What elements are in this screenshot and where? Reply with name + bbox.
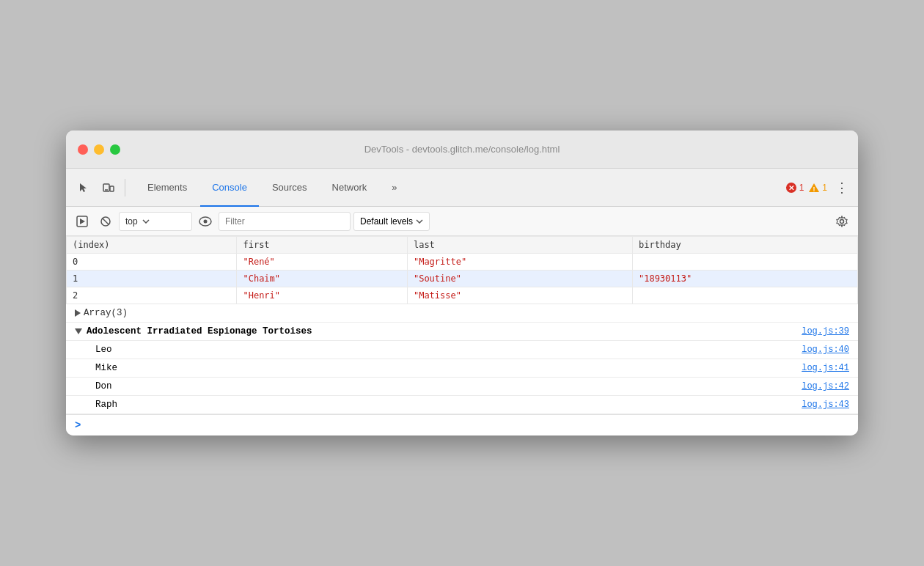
table-row: 2"Henri""Matisse" [67,287,858,304]
log-item-link[interactable]: log.js:41 [802,363,849,373]
tab-network[interactable]: Network [320,169,379,207]
table-cell-first: "Chaim" [237,271,407,287]
table-header-last: last [407,237,632,254]
svg-marker-8 [80,218,85,224]
triangle-icon [75,309,81,317]
error-icon: ✕ [785,182,797,194]
prompt-chevron: > [75,419,81,431]
tab-more[interactable]: » [380,169,408,207]
table-row: 0"René""Magritte" [67,254,858,271]
log-item[interactable]: Raphlog.js:43 [66,396,858,414]
table-cell-index: 2 [67,287,237,304]
table-cell-index: 0 [67,254,237,271]
clear-console-button[interactable] [95,211,116,232]
toolbar-icons [72,169,128,206]
gear-icon [836,216,848,227]
log-item-label: Leo [75,345,112,355]
table-cell-last: "Magritte" [407,254,632,271]
main-toolbar: Elements Console Sources Network » ✕ 1 [66,169,858,207]
log-item-label: Raph [75,400,117,410]
tab-elements[interactable]: Elements [136,169,199,207]
log-item-link[interactable]: log.js:43 [802,400,849,410]
svg-point-13 [840,219,844,223]
kebab-menu-button[interactable]: ⋮ [832,177,852,198]
titlebar: DevTools - devtools.glitch.me/console/lo… [66,131,858,169]
log-item[interactable]: Donlog.js:42 [66,378,858,396]
log-group-link[interactable]: log.js:39 [802,326,849,337]
chevron-down-icon [142,219,150,224]
table-cell-birthday: "18930113" [632,271,857,287]
log-items-container: Leolog.js:40Mikelog.js:41Donlog.js:42Rap… [66,341,858,414]
svg-text:✕: ✕ [788,184,794,192]
log-levels-button[interactable]: Default levels [353,212,430,231]
levels-chevron-icon [416,219,423,224]
log-group-label-row: Adolescent Irradiated Espionage Tortoise… [75,326,312,337]
console-table: (index) first last birthday 0"René""Magr… [66,236,858,304]
console-prompt: > [66,414,858,435]
minimize-button[interactable] [94,144,104,155]
maximize-button[interactable] [110,144,120,155]
table-row: 1"Chaim""Soutine""18930113" [67,271,858,287]
error-badge: ✕ 1 [785,182,804,194]
svg-text:!: ! [813,185,815,193]
block-icon [100,216,111,227]
window-title: DevTools - devtools.glitch.me/console/lo… [364,144,560,155]
table-cell-last: "Matisse" [407,287,632,304]
cursor-icon-button[interactable] [72,176,95,199]
table-header-birthday: birthday [632,237,857,254]
log-item[interactable]: Leolog.js:40 [66,341,858,359]
eye-icon [199,216,212,227]
run-icon [76,216,88,227]
table-cell-first: "René" [237,254,407,271]
run-script-button[interactable] [72,211,92,232]
toolbar-right: ✕ 1 ! 1 ⋮ [785,169,852,206]
svg-line-10 [103,218,109,224]
table-cell-birthday [632,254,857,271]
context-selector[interactable]: top [119,212,192,231]
svg-point-12 [204,219,208,223]
table-cell-last: "Soutine" [407,271,632,287]
close-button[interactable] [78,144,88,155]
console-content: (index) first last birthday 0"René""Magr… [66,236,858,435]
console-toolbar: top Default levels [66,207,858,236]
log-item-link[interactable]: log.js:40 [802,345,849,355]
table-header-first: first [237,237,407,254]
tab-console[interactable]: Console [200,169,259,207]
live-expressions-button[interactable] [195,211,216,232]
table-cell-birthday [632,287,857,304]
table-cell-first: "Henri" [237,287,407,304]
settings-button[interactable] [832,211,852,232]
filter-input[interactable] [219,212,351,231]
table-header-index: (index) [67,237,237,254]
warning-icon: ! [808,182,820,194]
log-item-link[interactable]: log.js:42 [802,381,849,392]
array-row[interactable]: Array(3) [66,304,858,323]
svg-rect-1 [110,186,114,191]
table-cell-index: 1 [67,271,237,287]
warning-badge: ! 1 [808,182,827,194]
devtools-window: DevTools - devtools.glitch.me/console/lo… [66,131,858,435]
log-item-label: Mike [75,363,117,373]
tab-sources[interactable]: Sources [260,169,319,207]
group-triangle-icon [75,328,82,334]
log-item[interactable]: Mikelog.js:41 [66,359,858,378]
device-icon-button[interactable] [97,176,120,199]
toolbar-divider [125,179,125,196]
log-group-header[interactable]: Adolescent Irradiated Espionage Tortoise… [66,323,858,341]
traffic-lights [78,144,120,155]
log-item-label: Don [75,381,112,392]
